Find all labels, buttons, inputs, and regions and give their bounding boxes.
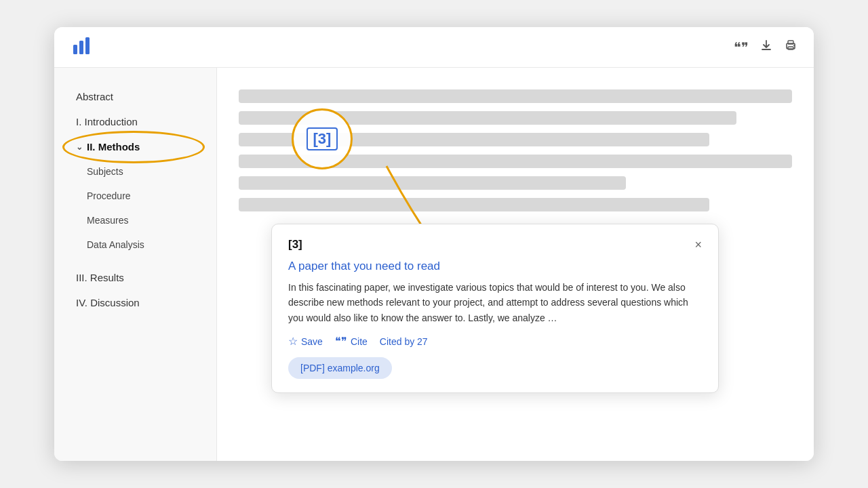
quote-icon: ❝❞: [734, 39, 749, 56]
quote-icon: ❝❞: [335, 335, 347, 348]
header: ❝❞: [54, 27, 814, 68]
sidebar-item-label: Measures: [87, 215, 128, 226]
sidebar-item-results[interactable]: III. Results: [54, 265, 216, 290]
popup-ref-num: [3]: [288, 238, 302, 251]
svg-rect-2: [85, 37, 90, 54]
sidebar-item-label: III. Results: [76, 272, 124, 283]
main-content: [3] [3] × A paper that you need to read: [217, 68, 814, 461]
sidebar-item-label: Data Analysis: [87, 239, 144, 250]
app-window: ❝❞: [54, 27, 814, 461]
sidebar-item-subjects[interactable]: Subjects: [54, 159, 216, 184]
content-line: [239, 89, 792, 103]
body: Abstract I. Introduction ⌄ II. Methods S…: [54, 68, 814, 461]
sidebar-item-discussion[interactable]: IV. Discussion: [54, 290, 216, 315]
sidebar-item-data-analysis[interactable]: Data Analysis: [54, 232, 216, 257]
sidebar-item-introduction[interactable]: I. Introduction: [54, 109, 216, 134]
quote-button[interactable]: ❝❞: [734, 39, 749, 56]
popup-card: [3] × A paper that you need to read In t…: [271, 224, 719, 393]
citation-label: [3]: [307, 127, 338, 150]
sidebar-item-methods[interactable]: ⌄ II. Methods: [54, 134, 216, 159]
content-line: [239, 176, 626, 190]
star-icon: ☆: [288, 335, 298, 348]
logo-icon: [71, 35, 92, 60]
print-button[interactable]: [784, 39, 797, 56]
sidebar-item-measures[interactable]: Measures: [54, 208, 216, 232]
popup-close-button[interactable]: ×: [694, 239, 702, 251]
popup-actions: ☆ Save ❝❞ Cite Cited by 27: [288, 335, 702, 348]
pdf-button[interactable]: [PDF] example.org: [288, 357, 392, 379]
sidebar-item-label: Abstract: [76, 91, 113, 102]
content-line: [239, 198, 709, 211]
cited-by-label: Cited by 27: [380, 336, 428, 347]
download-button[interactable]: [760, 39, 773, 56]
header-actions: ❝❞: [734, 39, 797, 56]
download-icon: [760, 39, 773, 56]
save-button[interactable]: ☆ Save: [288, 335, 323, 348]
sidebar-item-label: I. Introduction: [76, 116, 138, 127]
save-label: Save: [301, 336, 323, 347]
sidebar: Abstract I. Introduction ⌄ II. Methods S…: [54, 68, 217, 461]
svg-rect-5: [788, 47, 793, 49]
sidebar-item-label: IV. Discussion: [76, 297, 140, 308]
print-icon: [784, 39, 797, 56]
cite-label: Cite: [351, 336, 368, 347]
chevron-down-icon: ⌄: [76, 142, 83, 152]
sidebar-item-label: II. Methods: [87, 141, 140, 152]
svg-rect-0: [73, 45, 77, 54]
sidebar-item-label: Procedure: [87, 190, 131, 201]
popup-header: [3] ×: [288, 238, 702, 251]
sidebar-item-procedure[interactable]: Procedure: [54, 184, 216, 208]
svg-point-6: [793, 45, 795, 46]
svg-rect-1: [79, 41, 83, 54]
sidebar-item-abstract[interactable]: Abstract: [54, 84, 216, 109]
popup-abstract: In this fascinating paper, we investigat…: [288, 280, 702, 325]
cite-button[interactable]: ❝❞ Cite: [335, 335, 368, 348]
sidebar-item-label: Subjects: [87, 166, 123, 177]
citation-callout[interactable]: [3]: [292, 108, 353, 169]
popup-title[interactable]: A paper that you need to read: [288, 260, 702, 273]
